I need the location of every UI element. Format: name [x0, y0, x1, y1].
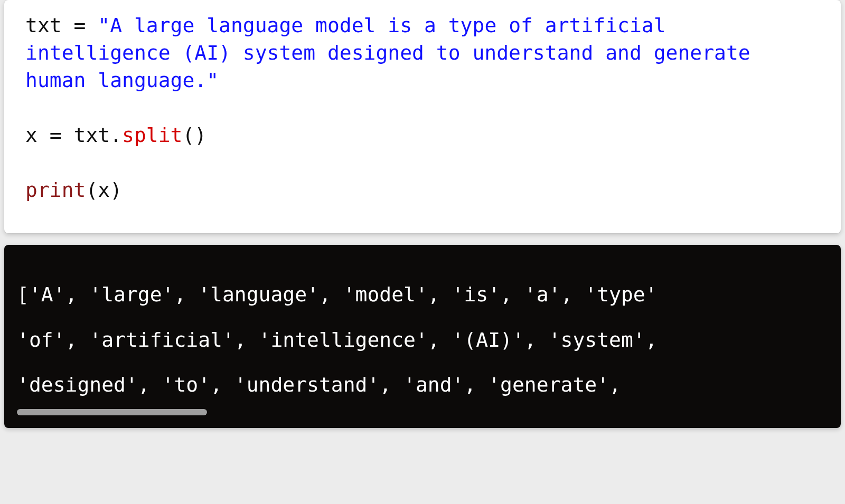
func-print: print — [25, 178, 86, 202]
variable-txt: txt — [25, 14, 62, 37]
output-scroll-area[interactable]: ['A', 'large', 'language', 'model', 'is'… — [17, 272, 828, 428]
horizontal-scrollbar[interactable] — [17, 409, 828, 415]
assign-op: = — [62, 14, 98, 37]
open-paren: ( — [86, 178, 98, 202]
assign-op: = — [37, 123, 74, 147]
string-literal: "A large language model is a type of art… — [25, 14, 763, 92]
output-terminal-card: ['A', 'large', 'language', 'model', 'is'… — [4, 245, 841, 428]
output-line: 'designed', 'to', 'understand', 'and', '… — [17, 363, 828, 408]
dot-op: . — [110, 123, 122, 147]
output-line: ['A', 'large', 'language', 'model', 'is'… — [17, 272, 828, 318]
scrollbar-thumb[interactable] — [17, 409, 207, 415]
method-split: split — [122, 123, 182, 147]
code-block[interactable]: txt = "A large language model is a type … — [25, 12, 820, 204]
call-parens: () — [182, 123, 206, 147]
output-line: 'of', 'artificial', 'intelligence', '(AI… — [17, 318, 828, 363]
arg-x: x — [98, 178, 110, 202]
ref-txt: txt — [74, 123, 110, 147]
variable-x: x — [25, 123, 37, 147]
close-paren: ) — [110, 178, 122, 202]
code-editor-card: txt = "A large language model is a type … — [4, 0, 841, 233]
